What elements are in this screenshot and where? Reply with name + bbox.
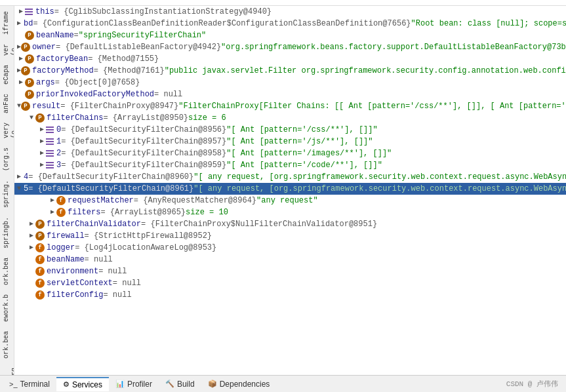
tree-val-ref: = {AnyRequestMatcher@8964}: [134, 195, 256, 206]
tree-toggle[interactable]: ▶: [28, 242, 35, 254]
tree-toggle[interactable]: ▶: [38, 136, 46, 147]
tree-row[interactable]: ▶1 = {DefaultSecurityFilterChain@8957} "…: [14, 136, 566, 147]
sidebar-item-9[interactable]: ework.b: [0, 290, 14, 326]
tree-row[interactable]: ▼PfilterChains = {ArrayList@8950} size =…: [14, 112, 566, 124]
tree-row[interactable]: ▶PfilterChainValidator = {FilterChainPro…: [14, 218, 566, 230]
sidebar-item-3[interactable]: anFac: [0, 90, 14, 117]
left-sidebar: iframever (oeCapaanFacvery (o(org.ssprin…: [0, 6, 14, 375]
sidebar-item-4[interactable]: very (o: [0, 119, 14, 142]
tab-label-services: Services: [72, 380, 102, 389]
sidebar-item-0[interactable]: iframe: [0, 7, 14, 39]
tree-row[interactable]: ▶flogger = {Log4jLocationAwareLog@8953}: [14, 242, 566, 254]
tree-row[interactable]: ▶2 = {DefaultSecurityFilterChain@8958} "…: [14, 147, 566, 159]
tree-toggle[interactable]: ▼: [28, 112, 35, 124]
tree-val-ref: = {DefaultSecurityFilterChain@8956}: [61, 124, 226, 136]
tree-row[interactable]: ▶Pargs = {Object[0]@7658}: [14, 77, 566, 88]
tree-val-ref: = null: [98, 265, 127, 277]
sidebar-item-8[interactable]: ork.bea: [0, 254, 14, 289]
tree-row[interactable]: ▶PpriorInvokedFactoryMethod = null: [14, 88, 566, 100]
tree-row[interactable]: ▶ffilters = {ArrayList@8965} size = 10: [14, 206, 566, 218]
tree-val-ref: = {ConfigurationClassBeanDefinitionReade…: [33, 18, 411, 29]
field-icon-p: P: [21, 66, 30, 75]
tree-row[interactable]: ▶frequestMatcher = {AnyRequestMatcher@89…: [14, 195, 566, 206]
tree-row[interactable]: ▶Powner = {DefaultListableBeanFactory@49…: [14, 41, 566, 53]
tree-row[interactable]: ▶PfactoryMethod = {Method@7161} "public …: [14, 65, 566, 77]
field-icon-f: f: [35, 290, 45, 300]
tree-val-ref: = {FilterChainProxy@8947}: [60, 100, 178, 112]
tab-icon-terminal: >_: [9, 380, 18, 388]
tree-row[interactable]: ▶Pfirewall = {StrictHttpFirewall@8952}: [14, 230, 566, 242]
field-icon-p: P: [35, 220, 45, 229]
tree-row[interactable]: ▼Presult = {FilterChainProxy@8947} "Filt…: [14, 100, 566, 112]
bottom-tab-profiler[interactable]: 📊Profiler: [109, 378, 159, 391]
tree-toggle[interactable]: ▶: [17, 77, 25, 88]
tree-val-string: "any request": [256, 195, 318, 206]
tree-val-string: "[ Ant [pattern='/code/**'], []]": [226, 159, 382, 171]
tree-toggle[interactable]: ▶: [17, 18, 21, 29]
tree-field-name: result: [32, 100, 60, 112]
tree-row[interactable]: ▶bd = {ConfigurationClassBeanDefinitionR…: [14, 18, 566, 29]
tree-toggle[interactable]: ▶: [28, 230, 35, 242]
tree-row[interactable]: ▶3 = {DefaultSecurityFilterChain@8959} "…: [14, 159, 566, 171]
bottom-bar: >_Terminal⚙Services📊Profiler🔨Build📦Depen…: [0, 375, 566, 392]
tree-row[interactable]: ▶PfactoryBean = {Method@7155}: [14, 53, 566, 65]
tree-val-string: "[ Ant [pattern='/js/**'], []]": [226, 136, 373, 147]
tree-val-ref: = {DefaultSecurityFilterChain@8958}: [61, 147, 226, 159]
tree-field-name: logger: [47, 242, 75, 254]
bottom-tab-build[interactable]: 🔨Build: [159, 378, 201, 391]
tree-toggle[interactable]: ▶: [38, 147, 46, 159]
field-icon-p: P: [35, 113, 45, 123]
tree-toggle[interactable]: ▶: [49, 195, 56, 206]
field-icon-bars: [25, 9, 33, 15]
tree-val-ref: = {FilterChainProxy$NullFilterChainValid…: [141, 218, 377, 230]
sidebar-item-6[interactable]: spring.: [0, 176, 14, 212]
field-icon-bars: [46, 127, 54, 133]
tree-val-ref: = {Method@7161}: [94, 65, 165, 77]
sidebar-item-10[interactable]: ork.bea: [0, 327, 14, 363]
tree-row[interactable]: ▼5 = {DefaultSecurityFilterChain@8961} "…: [14, 183, 566, 195]
tree-row[interactable]: ▶fbeanName = null: [14, 254, 566, 265]
tree-field-name: 2: [56, 147, 61, 159]
debug-tree: ▶this = {CglibSubclassingInstantiationSt…: [14, 6, 566, 301]
tree-toggle[interactable]: ▶: [17, 171, 21, 183]
tree-toggle[interactable]: ▶: [38, 159, 46, 171]
tree-toggle[interactable]: ▶: [17, 6, 25, 18]
tree-row[interactable]: ▶ffilterConfig = null: [14, 289, 566, 301]
bottom-tab-services[interactable]: ⚙Services: [56, 377, 109, 391]
tree-field-name: 1: [56, 136, 61, 147]
tree-row[interactable]: ▶fservletContext = null: [14, 277, 566, 289]
tree-row[interactable]: ▶this = {CglibSubclassingInstantiationSt…: [14, 6, 566, 18]
sidebar-item-1[interactable]: ver (o: [0, 40, 14, 60]
sidebar-item-2[interactable]: eCapa: [0, 61, 14, 88]
tree-field-name: filterChainValidator: [47, 218, 141, 230]
tree-val-ref: = {DefaultSecurityFilterChain@8957}: [61, 136, 226, 147]
tree-field-name: 4: [24, 171, 28, 183]
tree-val-ref: = {StrictHttpFirewall@8952}: [85, 230, 212, 242]
sidebar-item-7[interactable]: springb.: [0, 213, 14, 252]
tree-field-name: beanName: [36, 29, 74, 41]
tree-val-string: size = 6: [188, 112, 226, 124]
tree-val-ref: = {DefaultSecurityFilterChain@8959}: [61, 159, 226, 171]
sidebar-item-11[interactable]: ry (org: [0, 364, 14, 375]
tree-val-ref: = null: [103, 289, 131, 301]
sidebar-labels: iframever (oeCapaanFacvery (o(org.ssprin…: [0, 7, 14, 375]
tree-row[interactable]: ▶4 = {DefaultSecurityFilterChain@8960} "…: [14, 171, 566, 183]
tree-val-ref: = {ArrayList@8965}: [100, 206, 186, 218]
tree-row[interactable]: ▶PbeanName = "springSecurityFilterChain": [14, 29, 566, 41]
sidebar-item-5[interactable]: (org.s: [0, 144, 14, 175]
bottom-tab-dependencies[interactable]: 📦Dependencies: [201, 378, 277, 391]
tree-val-ref: = {CglibSubclassingInstantiationStrategy…: [54, 6, 272, 18]
tree-row[interactable]: ▶fenvironment = null: [14, 265, 566, 277]
tree-field-name: args: [36, 77, 55, 88]
bottom-tab-terminal[interactable]: >_Terminal: [3, 378, 56, 391]
tree-toggle[interactable]: ▶: [38, 124, 46, 136]
tree-toggle[interactable]: ▶: [49, 206, 56, 218]
tree-row[interactable]: ▶0 = {DefaultSecurityFilterChain@8956} "…: [14, 124, 566, 136]
tree-toggle[interactable]: ▶: [28, 218, 35, 230]
field-icon-bars: [46, 162, 54, 168]
tab-label-dependencies: Dependencies: [220, 380, 270, 389]
debug-tree-container[interactable]: ▶this = {CglibSubclassingInstantiationSt…: [14, 6, 566, 375]
tree-toggle[interactable]: ▶: [17, 53, 25, 65]
tree-val-ref: = {Log4jLocationAwareLog@8953}: [75, 242, 216, 254]
tree-toggle[interactable]: ▼: [17, 183, 21, 195]
